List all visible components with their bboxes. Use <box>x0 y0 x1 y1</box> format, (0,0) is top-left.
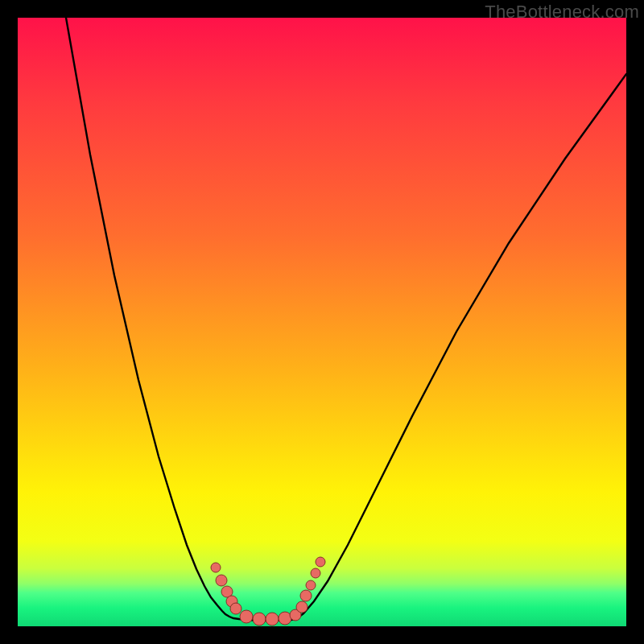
plot-svg <box>18 18 626 626</box>
curve-marker <box>266 613 279 625</box>
plot-frame <box>18 18 626 626</box>
curve-marker <box>230 603 242 614</box>
curve-marker <box>253 613 266 625</box>
curve-marker <box>279 612 291 625</box>
curve-marker <box>211 563 221 572</box>
curve-marker <box>216 575 227 586</box>
curve-marker <box>300 590 312 601</box>
bottleneck-curve <box>66 18 626 621</box>
curve-marker <box>316 557 325 567</box>
curve-marker <box>240 610 253 623</box>
curve-marker <box>311 568 320 578</box>
curve-marker <box>306 580 316 590</box>
curve-marker <box>296 601 308 613</box>
